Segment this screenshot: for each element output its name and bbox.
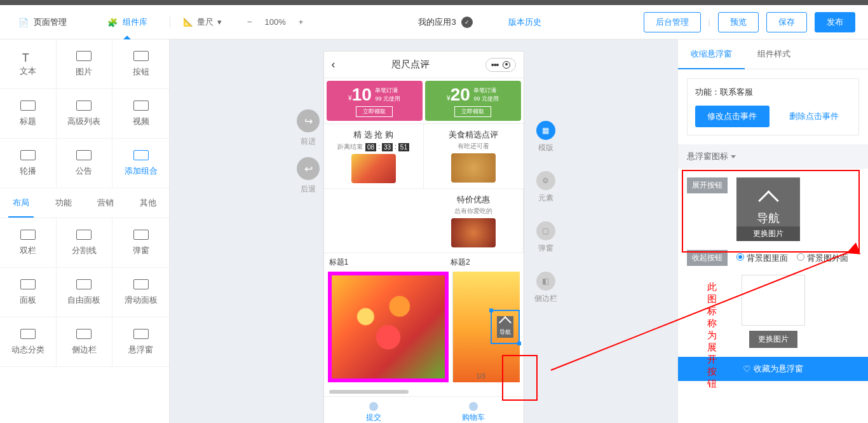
comp-popup[interactable]: 弹窗	[112, 218, 169, 268]
forward-button[interactable]: ↪	[297, 109, 320, 132]
file-icon: 📄	[18, 18, 30, 27]
radio-bg-inside[interactable]: 背景图里面	[736, 253, 788, 264]
tabbar-submit[interactable]: 提交	[324, 397, 424, 423]
subtab-layout[interactable]: 布局	[0, 188, 43, 218]
delete-event-button[interactable]: 删除点击事件	[777, 106, 851, 127]
food-cell-3[interactable]: 特价优惠 总有你爱吃的	[424, 189, 524, 253]
subtab-other[interactable]: 其他	[127, 188, 170, 218]
backstage-button[interactable]: 后台管理	[644, 12, 701, 32]
divider-icon	[76, 230, 92, 240]
comp-slide-panel[interactable]: 滑动面板	[112, 268, 169, 317]
zoom-out[interactable]: −	[247, 17, 252, 27]
template-icon: ▦	[536, 121, 555, 140]
tabbar-cart[interactable]: 购物车	[424, 397, 524, 423]
side-element[interactable]: ⚙元素	[536, 171, 555, 204]
video-icon	[133, 101, 149, 111]
panel-icon	[20, 279, 36, 289]
function-label: 功能：联系客服	[695, 87, 851, 98]
add-combo-icon	[133, 150, 149, 160]
food-image	[451, 218, 496, 247]
float-widget-selected[interactable]: 导航	[491, 310, 520, 344]
version-history-link[interactable]: 版本历史	[508, 17, 541, 28]
carousel[interactable]: 1/3 导航	[324, 272, 524, 382]
zoom-in[interactable]: +	[299, 17, 304, 27]
comp-panel[interactable]: 面板	[0, 268, 57, 317]
change-image-button-2[interactable]: 更换图片	[749, 331, 797, 348]
ruler-icon: 📐	[183, 17, 193, 27]
comp-divider[interactable]: 分割线	[57, 218, 113, 268]
modify-event-button[interactable]: 修改点击事件	[695, 106, 770, 127]
favorite-button[interactable]: ♡收藏为悬浮窗	[678, 357, 868, 381]
comp-text[interactable]: T文本	[0, 39, 57, 89]
category-icon	[20, 329, 36, 339]
list-icon	[76, 101, 92, 111]
puzzle-icon: 🧩	[107, 18, 119, 27]
save-button[interactable]: 保存	[766, 12, 807, 32]
canvas: ↪ 前进 ↩ 后退 ‹ 咫尺点评 ••• ¥10 单笔订满99 元使用 立即领取	[170, 39, 677, 423]
tab-component-library[interactable]: 🧩 组件库	[85, 5, 170, 39]
comp-adv-list[interactable]: 高级列表	[57, 89, 113, 139]
subtab-function[interactable]: 功能	[43, 188, 85, 218]
subtab-marketing[interactable]: 营销	[85, 188, 127, 218]
tab-page-management[interactable]: 📄 页面管理	[0, 5, 85, 39]
collapse-thumbnail[interactable]	[742, 275, 805, 326]
sidepanel-icon: ◧	[536, 272, 555, 291]
app-title: 我的应用3	[418, 17, 456, 28]
annotation-text: 此图标称为展开按钮	[707, 281, 717, 390]
float-icon	[133, 329, 149, 339]
component-panel: T文本 图片 按钮 标题 高级列表 视频 轮播 公告 添加组合 布局 功能 营销…	[0, 39, 170, 423]
more-icon: •••	[491, 60, 499, 70]
side-template[interactable]: ▦模版	[536, 121, 555, 153]
coupon-2[interactable]: ¥20 单笔订满99 元使用 立即领取	[425, 81, 521, 121]
change-image-button[interactable]: 更换图片	[736, 226, 800, 241]
rtab-style[interactable]: 组件样式	[745, 39, 803, 69]
rtab-float[interactable]: 收缩悬浮窗	[678, 39, 745, 69]
expand-thumbnail[interactable]: 导航 更换图片	[736, 177, 800, 241]
pager: 1/3	[477, 373, 485, 380]
scroll-indicator	[329, 390, 409, 394]
image-icon	[76, 51, 92, 61]
comp-button[interactable]: 按钮	[112, 39, 169, 89]
food-image	[351, 154, 396, 183]
comp-image[interactable]: 图片	[57, 39, 113, 89]
comp-add-combo[interactable]: 添加组合	[112, 139, 169, 188]
element-icon: ⚙	[536, 171, 555, 190]
annotation-box-1	[502, 355, 538, 401]
coupon-1[interactable]: ¥10 单笔订满99 元使用 立即领取	[327, 81, 423, 121]
comp-two-col[interactable]: 双栏	[0, 218, 57, 268]
miniprogram-icon: ✓	[461, 17, 473, 28]
free-panel-icon	[76, 279, 92, 289]
comp-free-panel[interactable]: 自由面板	[57, 268, 113, 317]
title-icon	[20, 101, 36, 111]
carousel-icon	[20, 150, 36, 160]
publish-button[interactable]: 发布	[815, 12, 855, 32]
two-col-icon	[20, 230, 36, 240]
side-sidebar[interactable]: ◧侧边栏	[534, 272, 557, 304]
phone-preview: ‹ 咫尺点评 ••• ¥10 单笔订满99 元使用 立即领取 ¥20 单笔订满9…	[323, 51, 524, 423]
comp-carousel[interactable]: 轮播	[0, 139, 57, 188]
cart-icon	[469, 402, 478, 411]
fruit-image	[332, 275, 445, 378]
side-popup[interactable]: ▢弹窗	[536, 221, 555, 254]
back-button[interactable]: ↩	[297, 157, 320, 180]
comp-dyn-category[interactable]: 动态分类	[0, 317, 57, 367]
comp-notice[interactable]: 公告	[57, 139, 113, 188]
sidebar-icon	[76, 329, 92, 339]
notice-icon	[76, 150, 92, 160]
zoom-control: − 100% +	[247, 17, 303, 27]
popup-icon	[133, 230, 149, 240]
comp-title[interactable]: 标题	[0, 89, 57, 139]
phone-title: 咫尺点评	[336, 59, 485, 71]
radio-bg-outside[interactable]: 背景图外面	[797, 253, 848, 264]
preview-button[interactable]: 预览	[718, 12, 759, 32]
section-float-icon[interactable]: 悬浮窗图标	[678, 144, 868, 169]
section-title-1: 标题1	[329, 257, 451, 268]
capsule-button[interactable]: •••	[485, 58, 516, 72]
heart-icon: ♡	[743, 364, 751, 374]
food-cell-2[interactable]: 美食精选点评 有吃还可看	[424, 124, 524, 189]
comp-sidebar[interactable]: 侧边栏	[57, 317, 113, 367]
comp-float[interactable]: 悬浮窗	[112, 317, 169, 367]
food-cell-1[interactable]: 精 选 抢 购 距离结束 08:33:51	[324, 124, 424, 189]
ruler-toggle[interactable]: 📐 量尺 ▾	[183, 17, 222, 28]
comp-video[interactable]: 视频	[112, 89, 169, 139]
